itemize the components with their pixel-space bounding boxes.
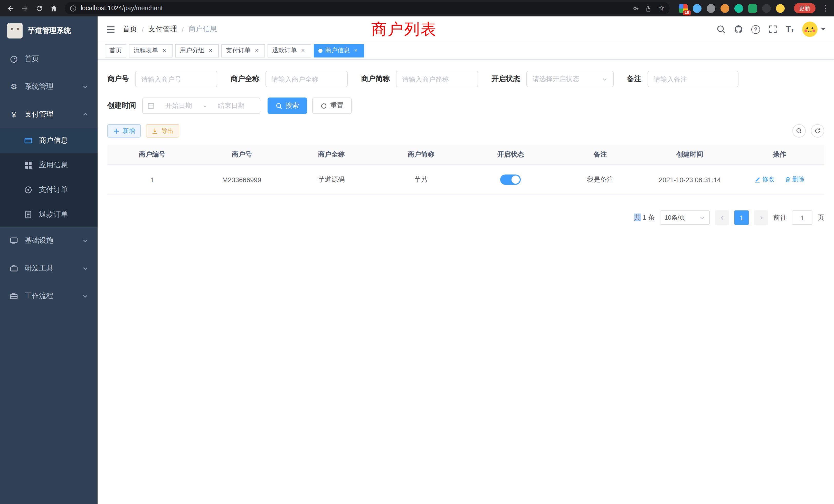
short-name-input[interactable] — [402, 75, 472, 83]
browser-menu-icon[interactable]: ⋮ — [821, 4, 830, 13]
hamburger-button[interactable] — [106, 24, 115, 34]
sidebar-item-home[interactable]: 首页 — [0, 45, 97, 73]
tab-user-group[interactable]: 用户分组 × — [175, 44, 219, 57]
tab-merchant-info[interactable]: 商户信息 × — [314, 44, 364, 57]
date-range-picker[interactable]: 开始日期 - 结束日期 — [142, 97, 260, 114]
add-button[interactable]: 新增 — [107, 124, 141, 138]
share-icon[interactable] — [645, 5, 652, 12]
sidebar-item-system[interactable]: ⚙ 系统管理 — [0, 73, 97, 100]
cell-id: 1 — [107, 164, 197, 195]
close-icon[interactable]: × — [161, 47, 168, 54]
breadcrumb-payment[interactable]: 支付管理 — [148, 25, 177, 34]
close-icon[interactable]: × — [352, 47, 359, 54]
reload-button[interactable] — [33, 2, 45, 14]
extension-icon[interactable]: 10 — [679, 4, 688, 13]
sidebar-subitem-merchant-info[interactable]: 商户信息 — [0, 128, 97, 153]
delete-link-label: 删除 — [792, 175, 805, 184]
tab-refund-order[interactable]: 退款订单 × — [267, 44, 311, 57]
fullscreen-icon[interactable] — [768, 25, 777, 34]
home-button[interactable] — [47, 2, 60, 14]
refresh-button[interactable] — [811, 124, 824, 138]
sidebar: 芋道管理系统 首页 ⚙ 系统管理 ¥ 支付管理 — [0, 17, 97, 504]
page-1-button[interactable]: 1 — [734, 210, 749, 225]
full-name-input[interactable] — [272, 75, 342, 83]
url-text: localhost:1024/pay/merchant — [81, 5, 163, 12]
close-icon[interactable]: × — [300, 47, 307, 54]
remark-input[interactable] — [654, 75, 732, 83]
status-label: 开启状态 — [491, 74, 520, 84]
extension-icon[interactable] — [776, 4, 785, 13]
full-name-input-box — [265, 71, 348, 87]
page-size-value: 10条/页 — [664, 213, 685, 222]
help-icon[interactable]: ? — [751, 25, 760, 33]
merchant-no-input[interactable] — [141, 75, 211, 83]
extension-icon[interactable] — [762, 4, 771, 13]
extension-icon[interactable] — [707, 4, 716, 13]
short-name-label: 商户简称 — [361, 74, 390, 84]
page-size-select[interactable]: 10条/页 — [660, 210, 710, 225]
sidebar-item-infra[interactable]: 基础设施 — [0, 227, 97, 255]
extension-icon[interactable] — [721, 4, 729, 13]
pagination: 共 1 条 10条/页 1 前往 — [107, 210, 824, 225]
short-name-input-box — [396, 71, 478, 87]
sidebar-subitem-pay-order[interactable]: 支付订单 — [0, 178, 97, 202]
briefcase-icon — [9, 292, 19, 300]
close-icon[interactable]: × — [253, 47, 260, 54]
chrome-update-button[interactable]: 更新 — [794, 3, 815, 13]
export-button[interactable]: 导出 — [146, 124, 179, 138]
remark-input-box — [648, 71, 739, 87]
app-logo-row[interactable]: 芋道管理系统 — [0, 17, 97, 45]
sidebar-subitem-app-info[interactable]: 应用信息 — [0, 153, 97, 178]
document-icon — [24, 210, 33, 219]
chevron-down-icon — [82, 293, 88, 299]
sidebar-subitem-refund-order[interactable]: 退款订单 — [0, 202, 97, 227]
chevron-right-icon — [758, 215, 764, 221]
extension-icon[interactable] — [734, 4, 743, 13]
sidebar-item-workflow[interactable]: 工作流程 — [0, 282, 97, 310]
bookmark-star-icon[interactable]: ☆ — [658, 4, 664, 12]
prev-page-button[interactable] — [715, 210, 729, 225]
chevron-down-icon — [82, 238, 88, 244]
site-info-icon[interactable] — [70, 5, 76, 12]
delete-link[interactable]: 删除 — [785, 175, 805, 184]
tab-pay-order[interactable]: 支付订单 × — [221, 44, 265, 57]
search-button[interactable]: 搜索 — [267, 97, 307, 114]
forward-button[interactable] — [19, 2, 31, 14]
sidebar-item-label: 基础设施 — [25, 236, 53, 245]
page-unit-label: 页 — [817, 213, 824, 222]
password-key-icon[interactable] — [632, 5, 639, 12]
goto-input[interactable] — [792, 210, 812, 225]
url-bar[interactable]: localhost:1024/pay/merchant ☆ — [65, 2, 670, 14]
app-title: 芋道管理系统 — [28, 26, 71, 36]
merchant-table: 商户编号 商户号 商户全称 商户简称 开启状态 备注 创建时间 操作 1 — [107, 145, 824, 195]
user-menu[interactable] — [802, 22, 826, 37]
github-icon[interactable] — [734, 25, 743, 34]
column-header-actions: 操作 — [734, 145, 824, 164]
search-icon[interactable] — [717, 25, 726, 34]
sidebar-item-label: 研发工具 — [25, 264, 53, 273]
tab-label: 退款订单 — [272, 46, 297, 55]
plus-icon — [113, 128, 120, 134]
reset-button[interactable]: 重置 — [312, 97, 352, 114]
tab-process-form[interactable]: 流程表单 × — [129, 44, 173, 57]
extension-icon[interactable] — [693, 4, 702, 13]
status-select[interactable]: 请选择开启状态 — [526, 71, 614, 87]
font-size-icon[interactable]: TT — [786, 25, 794, 33]
back-button[interactable] — [4, 2, 17, 14]
download-icon — [152, 128, 158, 134]
remark-label: 备注 — [627, 74, 641, 84]
status-switch[interactable] — [501, 175, 521, 185]
tab-home[interactable]: 首页 — [105, 44, 126, 57]
extension-icon[interactable] — [748, 4, 757, 13]
column-header-short-name: 商户简称 — [376, 145, 466, 164]
edit-link[interactable]: 修改 — [754, 175, 774, 184]
sidebar-item-payment[interactable]: ¥ 支付管理 — [0, 100, 97, 128]
close-icon[interactable]: × — [207, 47, 214, 54]
app-logo — [7, 23, 23, 39]
sidebar-item-devtools[interactable]: 研发工具 — [0, 255, 97, 282]
breadcrumb-home[interactable]: 首页 — [123, 25, 137, 34]
sidebar-item-label: 首页 — [25, 54, 39, 64]
search-toggle-button[interactable] — [792, 124, 806, 138]
next-page-button[interactable] — [754, 210, 768, 225]
tags-view: 首页 流程表单 × 用户分组 × 支付订单 × — [97, 42, 834, 60]
